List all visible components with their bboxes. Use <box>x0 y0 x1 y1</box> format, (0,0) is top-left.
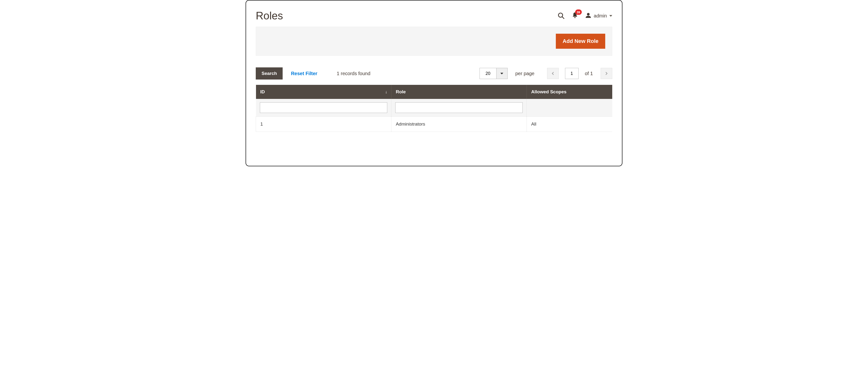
user-icon <box>585 12 591 20</box>
page-size-dropdown-button[interactable] <box>496 68 507 79</box>
page-title: Roles <box>256 10 283 22</box>
column-header-allowed-scopes[interactable]: Allowed Scopes <box>527 85 612 99</box>
user-name-label: admin <box>594 13 607 19</box>
table-row[interactable]: 1 Administrators All <box>256 117 613 132</box>
grid-toolbar: Search Reset Filter 1 records found per … <box>256 67 612 80</box>
column-header-role-label: Role <box>396 89 406 94</box>
cell-role: Administrators <box>392 117 527 132</box>
column-header-scopes-label: Allowed Scopes <box>531 89 566 94</box>
add-new-role-button[interactable]: Add New Role <box>556 34 605 49</box>
page-header: Roles 39 <box>256 0 612 27</box>
header-actions: 39 admin <box>558 12 612 20</box>
search-icon[interactable] <box>558 12 565 20</box>
filter-scopes-cell <box>527 99 612 117</box>
cell-allowed-scopes: All <box>527 117 612 132</box>
search-button[interactable]: Search <box>256 67 283 80</box>
chevron-down-icon <box>500 73 503 75</box>
chevron-down-icon <box>609 15 612 17</box>
sort-arrow-down-icon: ↓ <box>385 89 387 94</box>
total-pages-label: of 1 <box>585 71 593 76</box>
current-page-input[interactable] <box>565 68 579 79</box>
user-menu[interactable]: admin <box>585 12 612 20</box>
filter-id-input[interactable] <box>260 102 388 113</box>
svg-point-2 <box>574 17 576 18</box>
svg-line-1 <box>562 17 564 19</box>
notifications-button[interactable]: 39 <box>571 12 578 20</box>
pager: per page of 1 <box>479 68 612 79</box>
column-header-id[interactable]: ID ↓ <box>256 85 392 99</box>
cell-id: 1 <box>256 117 392 132</box>
notification-badge: 39 <box>575 9 582 15</box>
action-bar: Add New Role <box>256 27 612 56</box>
filter-row <box>256 99 613 117</box>
svg-point-3 <box>587 13 589 16</box>
column-header-id-label: ID <box>260 89 265 94</box>
roles-table: ID ↓ Role Allowed Scopes <box>256 85 612 132</box>
page-size-control <box>479 68 507 79</box>
svg-point-0 <box>558 13 563 18</box>
reset-filter-link[interactable]: Reset Filter <box>291 71 317 76</box>
prev-page-button[interactable] <box>547 68 559 79</box>
records-found-label: 1 records found <box>337 71 370 76</box>
column-header-role[interactable]: Role <box>392 85 527 99</box>
filter-role-input[interactable] <box>395 102 523 113</box>
per-page-label: per page <box>516 71 534 76</box>
page-size-input[interactable] <box>479 68 496 79</box>
next-page-button[interactable] <box>600 68 612 79</box>
